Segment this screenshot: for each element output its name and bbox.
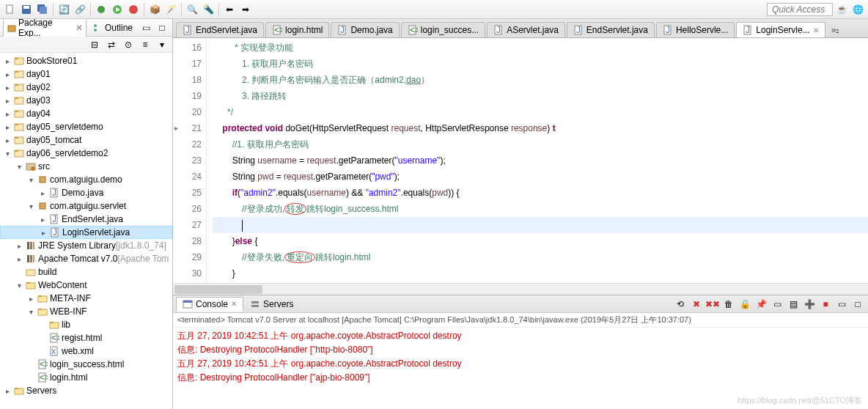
tree-node-day03[interactable]: ▸day03: [0, 94, 172, 107]
tree-node-web-xml[interactable]: xweb.xml: [0, 344, 172, 358]
outline-tab[interactable]: Outline: [89, 21, 136, 34]
minimize-icon[interactable]: ▭: [139, 21, 153, 35]
tree-node-regist-html[interactable]: <>regist.html: [0, 331, 172, 344]
code-line[interactable]: //1. 获取用户名密码: [213, 136, 868, 152]
console-tab[interactable]: Console ✕: [176, 297, 243, 312]
twisty-icon[interactable]: ▾: [26, 202, 35, 210]
link-icon[interactable]: 🔗: [73, 2, 87, 17]
tree-node-src[interactable]: ▾src: [0, 160, 172, 173]
editor-tab-login_succes-[interactable]: <>login_succes...: [401, 22, 485, 37]
remove-launch-icon[interactable]: ✖: [689, 297, 704, 312]
maximize-icon[interactable]: □: [155, 21, 169, 35]
twisty-icon[interactable]: ▾: [15, 163, 23, 171]
twisty-icon[interactable]: ▸: [39, 229, 48, 237]
scroll-lock-icon[interactable]: 🔒: [738, 297, 752, 312]
twisty-icon[interactable]: ▸: [3, 57, 12, 65]
twisty-icon[interactable]: ▸: [3, 70, 12, 78]
editor-tab-login-html[interactable]: <>login.html: [265, 22, 329, 37]
tabs-overflow-button[interactable]: »₂: [827, 23, 845, 37]
code-line[interactable]: [213, 217, 868, 233]
twisty-icon[interactable]: ▸: [38, 215, 47, 224]
focus-icon[interactable]: ⊙: [121, 37, 136, 52]
open-console-icon[interactable]: ▤: [786, 297, 801, 312]
tree-node-day01[interactable]: ▸day01: [0, 67, 172, 81]
tree-node-build[interactable]: build: [0, 265, 172, 279]
persp-javaee-icon[interactable]: 🌐: [850, 2, 865, 17]
code-line[interactable]: //登录成功,转发跳转login_success.html: [213, 201, 868, 217]
persp-java-icon[interactable]: ☕: [834, 2, 849, 17]
clear-console-icon[interactable]: 🗑: [721, 297, 736, 312]
tree-node-jre-system-library-[interactable]: ▸JRE System Library [jdk1.8.0_74]: [0, 239, 172, 252]
twisty-icon[interactable]: ▸: [15, 255, 23, 263]
editor-tab-aservlet-java[interactable]: JAServlet.java: [487, 22, 565, 37]
quick-access-input[interactable]: [767, 3, 833, 16]
tree-node-web-inf[interactable]: ▾WEB-INF: [0, 305, 172, 318]
menu-icon[interactable]: ▾: [155, 37, 169, 52]
twisty-icon[interactable]: ▾: [3, 150, 12, 158]
editor-tab-helloservle-[interactable]: JHelloServle...: [656, 22, 735, 37]
twisty-icon[interactable]: ▸: [3, 123, 12, 131]
code-line[interactable]: String username = request.getParameter("…: [213, 152, 868, 169]
horizontal-scrollbar[interactable]: [173, 283, 868, 295]
code-line[interactable]: String pwd = request.getParameter("pwd")…: [213, 169, 868, 185]
tree-node-apache-tomcat-v7-0-[interactable]: ▸Apache Tomcat v7.0 [Apache Tom: [0, 252, 172, 265]
run-ext-icon[interactable]: [126, 2, 141, 17]
link-editor-icon[interactable]: ⇄: [104, 37, 119, 52]
tree-node-com-atguigu-demo[interactable]: ▾com.atguigu.demo: [0, 173, 172, 186]
twisty-icon[interactable]: ▾: [15, 281, 23, 290]
twisty-icon[interactable]: ▾: [26, 176, 35, 184]
code-line[interactable]: */: [213, 104, 868, 120]
search-icon[interactable]: 🔦: [201, 2, 216, 17]
twisty-icon[interactable]: ▾: [26, 308, 35, 316]
editor-tab-demo-java[interactable]: JDemo.java: [331, 22, 399, 37]
code-line[interactable]: 3. 路径跳转: [213, 88, 868, 104]
code-line[interactable]: protected void doGet(HttpServletRequest …: [213, 120, 868, 136]
max-icon[interactable]: □: [850, 297, 865, 312]
back-icon[interactable]: ⬅: [222, 2, 237, 17]
tree-node-com-atguigu-servlet[interactable]: ▾com.atguigu.servlet: [0, 199, 172, 213]
save-all-icon[interactable]: [35, 2, 50, 17]
save-icon[interactable]: [19, 2, 34, 17]
tree-node-demo-java[interactable]: ▸JDemo.java: [0, 186, 172, 199]
tree-node-lib[interactable]: lib: [0, 318, 172, 331]
close-icon[interactable]: ✕: [76, 23, 83, 33]
code-line[interactable]: //登录失败,重定向跳转login.html: [213, 249, 868, 265]
twisty-icon[interactable]: ▸: [26, 295, 35, 303]
close-icon[interactable]: ✕: [231, 300, 237, 308]
wizard-icon[interactable]: 🪄: [163, 2, 178, 17]
close-icon[interactable]: ✕: [813, 26, 819, 34]
tree-node-loginservlet-java[interactable]: ▸JLoginServlet.java: [0, 226, 172, 239]
remove-all-icon[interactable]: ✖✖: [705, 297, 720, 312]
tree-node-login_success-html[interactable]: <>login_success.html: [0, 358, 172, 371]
twisty-icon[interactable]: ▸: [3, 97, 12, 105]
refresh-icon[interactable]: 🔄: [56, 2, 71, 17]
tree-node-webcontent[interactable]: ▾WebContent: [0, 279, 172, 292]
tree-node-day05_tomcat[interactable]: ▸day05_tomcat: [0, 133, 172, 147]
display-selected-icon[interactable]: ▭: [770, 297, 784, 312]
twisty-icon[interactable]: ▸: [38, 189, 47, 197]
tree-node-bookstore01[interactable]: ▸BookStore01: [0, 54, 172, 67]
code-line[interactable]: 1. 获取用户名密码: [213, 56, 868, 72]
project-tree[interactable]: ▸BookStore01▸day01▸day02▸day03▸day04▸day…: [0, 53, 172, 409]
debug-icon[interactable]: [94, 2, 108, 17]
tree-node-meta-inf[interactable]: ▸META-INF: [0, 292, 172, 305]
tree-node-servers[interactable]: ▸Servers: [0, 384, 172, 397]
tree-node-day02[interactable]: ▸day02: [0, 81, 172, 94]
tree-node-day04[interactable]: ▸day04: [0, 107, 172, 120]
filter-icon[interactable]: ≡: [138, 37, 152, 52]
twisty-icon[interactable]: ▸: [3, 136, 12, 144]
collapse-all-icon[interactable]: ⊟: [87, 37, 102, 52]
pin-console-icon[interactable]: 📌: [754, 297, 768, 312]
stop-icon[interactable]: ■: [818, 297, 833, 312]
open-type-icon[interactable]: 🔍: [185, 2, 199, 17]
twisty-icon[interactable]: ▸: [3, 84, 12, 92]
servers-tab[interactable]: Servers: [243, 297, 300, 312]
run-icon[interactable]: [110, 2, 125, 17]
twisty-icon[interactable]: ▸: [15, 242, 23, 250]
code-line[interactable]: 2. 判断用户名密码输入是否正确（admin2,dao）: [213, 72, 868, 88]
code-line[interactable]: }: [213, 265, 868, 281]
tree-node-day05_servletdemo[interactable]: ▸day05_servletdemo: [0, 120, 172, 133]
code-editor[interactable]: 16171819202122232425262728293031 * 实现登录功…: [173, 38, 868, 283]
new-console-icon[interactable]: ➕: [802, 297, 817, 312]
tree-node-login-html[interactable]: <>login.html: [0, 371, 172, 384]
